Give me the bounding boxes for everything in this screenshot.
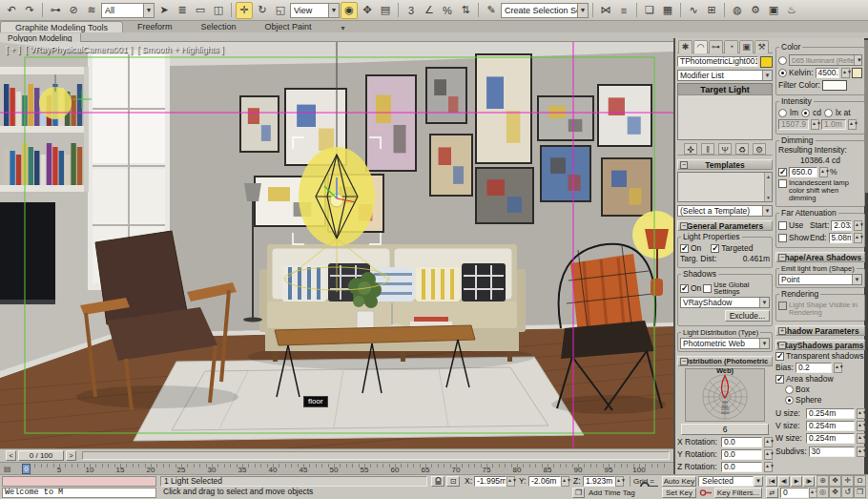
scroll-up-icon[interactable]: ▲ — [766, 174, 771, 179]
dropdown-arrow-icon[interactable]: ▼ — [754, 476, 763, 487]
y-rotation-field[interactable]: 0.0 — [721, 449, 762, 460]
rendered-frame-icon[interactable]: ▣ — [765, 2, 782, 19]
rollout-collapse-icon[interactable]: − — [778, 254, 786, 261]
go-to-start-icon[interactable]: |◀ — [766, 476, 777, 487]
layer-manager-icon[interactable]: ❏ — [641, 2, 658, 19]
time-slider-handle[interactable]: 0 / 100 — [18, 450, 64, 461]
rollout-collapse-icon[interactable]: − — [680, 358, 688, 365]
reference-coordinate-dropdown[interactable]: View▼ — [290, 3, 340, 18]
rollout-vrayshadows-params[interactable]: −VRayShadows params — [775, 340, 865, 350]
shadow-type-dropdown[interactable]: VRayShadow▼ — [680, 297, 770, 308]
select-and-manipulate-icon[interactable]: ✥ — [359, 2, 376, 19]
modifier-stack[interactable]: Target Light — [677, 83, 773, 140]
key-mode-dropdown[interactable]: Selected — [698, 476, 754, 487]
key-filters-button[interactable]: Key Filters... — [714, 488, 762, 498]
rollout-shape-area-shadows[interactable]: −Shape/Area Shadows — [775, 252, 865, 262]
start-field[interactable]: 2.032m — [831, 220, 852, 231]
auto-key-button[interactable]: Auto Key — [662, 476, 696, 487]
rollout-collapse-icon[interactable]: − — [680, 222, 688, 230]
spinner-icon[interactable]: ▲▼ — [854, 233, 862, 243]
show-checkbox[interactable] — [778, 234, 787, 242]
area-shadow-checkbox[interactable] — [775, 375, 784, 384]
v-size-field[interactable]: 0.254m — [806, 421, 855, 431]
lx-distance-field[interactable]: 1.0m — [821, 119, 846, 130]
bias-field[interactable]: 0.2 — [796, 363, 832, 373]
previous-frame-button[interactable]: < — [6, 450, 16, 461]
tab-display-icon[interactable]: ▣ — [739, 40, 754, 53]
spinner-icon[interactable]: ▲▼ — [506, 476, 515, 487]
select-by-name-icon[interactable]: ≣ — [174, 2, 191, 19]
edit-named-selections-icon[interactable]: ✎ — [483, 2, 500, 19]
tab-object-paint[interactable]: Object Paint — [250, 21, 325, 32]
spinner-icon[interactable]: ▲▼ — [764, 437, 773, 447]
scene-svg[interactable] — [0, 42, 673, 448]
y-coord-field[interactable]: -2.06m — [528, 476, 561, 487]
add-time-tag-label[interactable]: Add Time Tag — [589, 488, 640, 498]
transparent-shadows-checkbox[interactable] — [775, 352, 784, 361]
exclude-button[interactable]: Exclude... — [725, 310, 770, 322]
light-shape-visible-checkbox[interactable] — [778, 301, 787, 310]
listbox-scrollbar[interactable]: ▲▼ — [764, 173, 772, 201]
curve-editor-icon[interactable]: ∿ — [685, 2, 702, 19]
z-rotation-field[interactable]: 0.0 — [721, 462, 762, 472]
web-file-button[interactable]: 6 — [681, 424, 769, 435]
kelvin-field[interactable]: 4500.0 — [816, 68, 839, 78]
scroll-down-icon[interactable]: ▼ — [766, 195, 771, 200]
tab-hierarchy-icon[interactable]: ⊶ — [709, 40, 723, 53]
rollout-distribution-web[interactable]: −Distribution (Photometric Web) — [677, 356, 773, 366]
zoom-icon[interactable]: ⊕ — [816, 475, 829, 487]
next-frame-icon[interactable]: |▶ — [803, 476, 815, 487]
use-checkbox[interactable] — [778, 221, 787, 230]
show-end-result-icon[interactable]: ‖ — [701, 143, 714, 155]
undo-icon[interactable]: ↶ — [3, 2, 20, 19]
select-object-icon[interactable]: ➤ — [155, 2, 173, 19]
tab-selection[interactable]: Selection — [186, 21, 250, 32]
mirror-icon[interactable]: ⋈ — [597, 2, 614, 19]
spinner-icon[interactable]: ▲▼ — [841, 68, 850, 78]
targeted-checkbox[interactable] — [711, 244, 719, 253]
set-key-icon[interactable] — [699, 488, 713, 498]
orbit-icon[interactable]: ↺ — [841, 487, 854, 498]
subdivs-field[interactable]: 30 — [809, 447, 855, 457]
rollout-expand-icon[interactable]: + — [778, 327, 786, 335]
percent-snap-icon[interactable]: % — [439, 2, 456, 19]
zoom-all-icon[interactable]: ❖ — [829, 475, 841, 487]
filter-color-swatch[interactable] — [822, 80, 847, 91]
x-rotation-field[interactable]: 0.0 — [721, 437, 762, 447]
x-coord-field[interactable]: -1.995m — [474, 476, 506, 487]
end-field[interactable]: 5.08m — [829, 233, 853, 243]
bind-to-space-warp-icon[interactable]: ≋ — [83, 2, 100, 19]
spinner-icon[interactable]: ▲▼ — [857, 447, 865, 457]
spinner-icon[interactable]: ▲▼ — [854, 220, 862, 231]
unlink-selection-icon[interactable]: ⊘ — [65, 2, 82, 19]
spinner-icon[interactable]: ▲▼ — [857, 433, 865, 444]
viewport-menu-pov[interactable]: [ VRayPhysicalCamera001 ] — [25, 45, 133, 54]
selection-filter-dropdown[interactable]: All▼ — [101, 3, 155, 18]
tab-motion-icon[interactable]: ◔ — [724, 40, 738, 53]
spinner-icon[interactable]: ▲▼ — [764, 462, 773, 472]
spinner-icon[interactable]: ▲▼ — [857, 421, 865, 431]
spinner-icon[interactable]: ▲▼ — [811, 119, 819, 130]
spinner-icon[interactable]: ▲▼ — [834, 363, 842, 373]
rollout-collapse-icon[interactable]: − — [778, 342, 786, 349]
viewport-menu-shading[interactable]: [ Smooth + Highlights ] — [137, 45, 224, 54]
configure-modifier-sets-icon[interactable]: ⚙ — [753, 143, 766, 155]
d65-dropdown[interactable]: D65 Illuminant (Refle▼ — [789, 54, 862, 66]
angle-snap-icon[interactable]: ∠ — [421, 2, 438, 19]
d65-radio[interactable] — [778, 56, 787, 65]
named-selection-sets-dropdown[interactable]: Create Selection Se▼ — [501, 3, 589, 18]
select-and-rotate-icon[interactable]: ↻ — [254, 2, 271, 19]
spinner-snap-icon[interactable]: ⇅ — [457, 2, 474, 19]
maxscript-mini-listener-pink[interactable] — [2, 476, 156, 487]
fov-icon[interactable]: Ω — [854, 475, 866, 487]
key-mode-toggle-icon[interactable]: ⇄ — [766, 488, 778, 498]
tab-modify-icon[interactable]: ◠ — [693, 40, 708, 53]
current-frame-field[interactable]: 0 — [780, 488, 809, 498]
emit-shape-dropdown[interactable]: Point▼ — [778, 274, 862, 285]
rollout-general-parameters[interactable]: −General Parameters — [677, 220, 773, 231]
previous-frame-icon[interactable]: ◀| — [778, 476, 790, 487]
render-production-icon[interactable]: ♨ — [783, 2, 800, 19]
use-global-checkbox[interactable] — [703, 284, 712, 293]
object-color-swatch[interactable] — [760, 56, 773, 68]
tab-graphite-modeling-tools[interactable]: Graphite Modeling Tools — [0, 21, 123, 32]
